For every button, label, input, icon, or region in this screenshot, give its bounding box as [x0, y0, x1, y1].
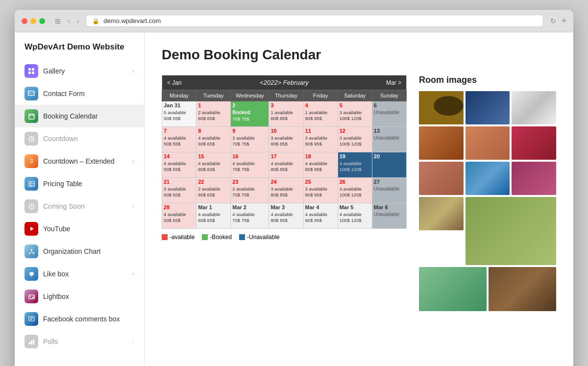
prev-month-button[interactable]: < Jan: [162, 75, 196, 90]
calendar-cell[interactable]: Mar 4 4 available 90$ 95$: [303, 203, 338, 229]
cell-date: 9: [232, 128, 267, 134]
room-images-section: Room images: [419, 75, 556, 311]
new-tab-button[interactable]: +: [561, 16, 566, 26]
cell-price: 60$ 65$: [198, 116, 229, 121]
calendar-cell[interactable]: 10 3 available 80$ 85$: [269, 127, 303, 152]
calendar-cell[interactable]: 18 4 available 90$ 95$: [303, 152, 338, 178]
forward-button[interactable]: ›: [75, 16, 81, 26]
calendar-cell[interactable]: 28 4 available 50$ 55$: [162, 203, 196, 229]
room-image-2[interactable]: [466, 91, 510, 124]
room-image-8[interactable]: [466, 162, 510, 195]
calendar-cell[interactable]: 23 2 available 70$ 75$: [231, 178, 269, 203]
calendar-cell[interactable]: 3 1 available 80$ 85$: [269, 101, 303, 127]
sidebar-label: Like box: [43, 270, 132, 278]
room-image-5[interactable]: [466, 126, 510, 160]
calendar-week-2: 7 4 available 50$ 55$ 8 4 available 60$ …: [162, 127, 407, 152]
svg-rect-34: [31, 341, 32, 344]
room-image-bottom-1[interactable]: [419, 267, 487, 311]
calendar-cell[interactable]: 25 3 available 90$ 95$: [303, 178, 338, 203]
maximize-button[interactable]: [39, 18, 45, 24]
address-bar[interactable]: 🔒 demo.wpdevart.com: [86, 15, 543, 27]
calendar-cell[interactable]: 7 4 available 50$ 55$: [162, 127, 196, 152]
back-button[interactable]: ‹: [66, 16, 72, 26]
cell-price: 100$ 120$: [340, 218, 370, 223]
cell-availability: 4 available: [164, 135, 195, 141]
room-image-3[interactable]: [512, 91, 556, 124]
calendar-cell[interactable]: 21 3 available 50$ 55$: [162, 178, 196, 203]
cell-date: 20: [374, 153, 405, 159]
cell-date: 26: [340, 179, 370, 185]
cell-price: 100$ 120$: [340, 167, 370, 172]
room-image-7[interactable]: [419, 162, 464, 195]
calendar-cell[interactable]: 12 3 available 100$ 120$: [338, 127, 372, 152]
calendar-cell[interactable]: 17 4 available 80$ 85$: [269, 152, 303, 178]
sidebar-item-coming-soon[interactable]: Coming Soon ›: [15, 195, 144, 218]
calendar-cell[interactable]: 8 4 available 60$ 65$: [196, 127, 231, 152]
cell-price: 50$ 55$: [164, 218, 195, 223]
calendar-cell[interactable]: 11 3 available 90$ 95$: [303, 127, 338, 152]
cell-price: 90$ 95$: [305, 141, 336, 146]
svg-point-27: [29, 296, 30, 297]
sidebar-item-org-chart[interactable]: Organization Chart: [15, 240, 144, 263]
countdown-icon: [24, 132, 38, 146]
calendar-cell[interactable]: Mar 1 4 available 60$ 65$: [196, 203, 231, 229]
room-image-6[interactable]: [512, 126, 556, 160]
calendar-cell[interactable]: 5 3 available 100$ 120$: [338, 101, 372, 127]
calendar-cell[interactable]: 16 4 available 70$ 75$: [231, 152, 269, 178]
calendar-cell[interactable]: 26 4 available 100$ 120$: [338, 178, 372, 203]
calendar-week-5: 28 4 available 50$ 55$ Mar 1 4 available…: [162, 203, 407, 229]
sidebar-item-countdown-extended[interactable]: 3 Countdown – Extended ›: [15, 150, 144, 172]
calendar-cell[interactable]: 14 4 available 50$ 55$: [162, 152, 196, 178]
sidebar-item-like-box[interactable]: Like box ›: [15, 263, 144, 285]
reload-button[interactable]: ↻: [550, 17, 556, 25]
calendar-cell[interactable]: 1 2 available 60$ 65$: [196, 101, 231, 127]
calendar-cell-booked[interactable]: 2 Booked 70$ 75$: [231, 101, 269, 127]
sidebar-toggle-button[interactable]: ⊞: [53, 16, 63, 26]
cell-date: 11: [305, 128, 336, 134]
room-image-1[interactable]: [419, 91, 464, 124]
room-images-title: Room images: [419, 75, 556, 85]
calendar-cell[interactable]: 24 3 available 80$ 85$: [269, 178, 303, 203]
sidebar-label: Lightbox: [43, 293, 134, 300]
calendar-cell[interactable]: Jan 31 5 available 50$ 55$: [162, 101, 196, 127]
close-button[interactable]: [22, 18, 27, 24]
next-month-button[interactable]: Mar >: [372, 75, 406, 90]
calendar-cell-dark[interactable]: 19 4 available 100$ 120$: [338, 152, 372, 178]
calendar-cell-dark: 20: [372, 152, 406, 178]
cell-availability: 4 available: [198, 135, 229, 141]
room-image-9[interactable]: [512, 162, 556, 195]
calendar-cell-unavailable: 27 Unavailable: [372, 178, 406, 203]
sidebar-item-pricing-table[interactable]: Pricing Table: [15, 172, 144, 195]
room-image-10[interactable]: [419, 197, 464, 230]
svg-line-24: [29, 252, 31, 253]
cell-price: 90$ 95$: [305, 192, 336, 197]
cell-availability: 1 available: [270, 109, 301, 116]
calendar-cell[interactable]: 4 1 available 90$ 95$: [303, 101, 338, 127]
sidebar-item-countdown[interactable]: Countdown: [15, 127, 144, 150]
sidebar-item-contact-form[interactable]: Contact Form: [15, 82, 144, 105]
cell-date: 27: [374, 179, 405, 185]
lock-icon: 🔒: [92, 18, 99, 24]
cell-price: 90$ 95$: [305, 167, 336, 172]
calendar-cell[interactable]: 15 4 available 60$ 65$: [196, 152, 231, 178]
sidebar-item-youtube[interactable]: YouTube: [15, 218, 144, 240]
cell-price: 60$ 65$: [198, 141, 229, 146]
traffic-lights: [22, 18, 45, 24]
room-image-bottom-2[interactable]: [489, 267, 556, 311]
room-image-11[interactable]: [466, 197, 556, 265]
sidebar-item-facebook-comments[interactable]: Facebook comments box: [15, 308, 144, 330]
sidebar-item-gallery[interactable]: Gallery ›: [15, 60, 144, 82]
calendar-cell[interactable]: Mar 5 4 available 100$ 120$: [338, 203, 372, 229]
cell-price: 100$ 120$: [340, 116, 370, 121]
calendar-cell[interactable]: Mar 3 4 available 80$ 85$: [269, 203, 303, 229]
cell-price: 60$ 65$: [198, 218, 229, 223]
calendar-cell[interactable]: 9 3 available 70$ 75$: [231, 127, 269, 152]
room-image-4[interactable]: [419, 126, 464, 160]
calendar-cell[interactable]: 22 2 available 60$ 65$: [196, 178, 231, 203]
cell-date: 4: [305, 102, 336, 108]
sidebar-item-lightbox[interactable]: Lightbox: [15, 285, 144, 308]
minimize-button[interactable]: [30, 18, 36, 24]
calendar-cell[interactable]: Mar 2 4 available 70$ 75$: [231, 203, 269, 229]
sidebar-item-booking-calendar[interactable]: Booking Calendar: [15, 105, 144, 127]
sidebar-item-polls[interactable]: Polls ›: [15, 330, 144, 353]
